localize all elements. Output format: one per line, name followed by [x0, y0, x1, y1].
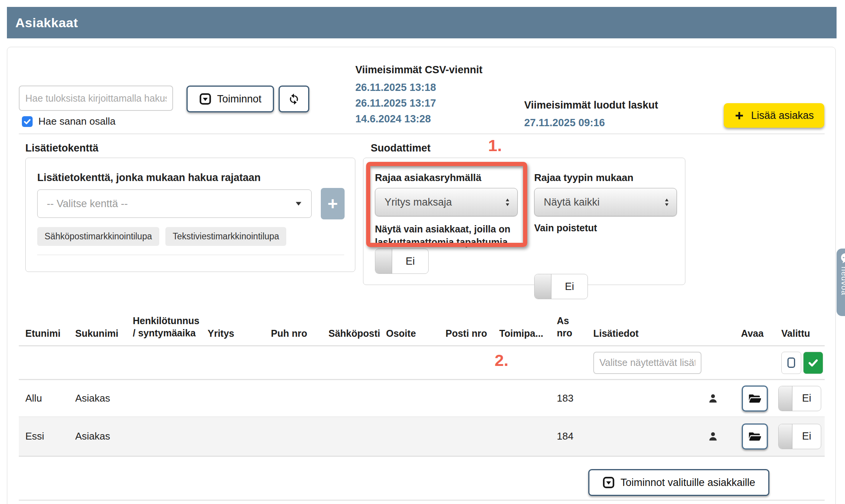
cell-open	[734, 385, 775, 412]
person-icon	[708, 431, 718, 442]
refresh-button[interactable]	[279, 86, 309, 112]
extra-field-section-title: Lisätietokenttä	[25, 142, 99, 154]
actions-button-label: Toiminnot	[217, 93, 262, 105]
customer-group-label: Rajaa asiakasryhmällä	[375, 172, 482, 184]
toggle-knob	[375, 249, 392, 273]
add-customer-label: Lisää asiakas	[751, 110, 814, 122]
help-tab-label: Kysy neuvoa	[840, 267, 845, 316]
select-all-button[interactable]	[803, 352, 823, 374]
column-header-sukunimi: Sukunimi	[69, 328, 126, 339]
created-invoice-link[interactable]: 27.11.2025 09:16	[524, 115, 658, 131]
csv-exports-title: Viimeisimmät CSV-viennit	[355, 64, 482, 76]
bulk-actions-label: Toiminnot valituille asiakkaille	[621, 477, 755, 489]
caret-square-down-icon	[602, 476, 615, 489]
column-header-valittu: Valittu	[775, 328, 825, 339]
unbilled-toggle-value: Ei	[392, 249, 428, 273]
help-tab[interactable]: Kysy neuvoa	[837, 249, 845, 316]
main-card: Hae sanan osalla Toiminnot Viimeisimmät …	[7, 47, 836, 504]
table-filter-row: 2.	[19, 346, 825, 380]
select-all-cell	[775, 352, 825, 374]
search-input[interactable]	[19, 86, 173, 111]
cell-customer-no: 184	[550, 430, 587, 442]
up-down-arrows-icon	[505, 198, 510, 207]
cell-selected: Ei	[775, 424, 825, 449]
check-icon	[23, 118, 31, 125]
person-icon	[708, 393, 718, 404]
word-part-checkbox[interactable]	[22, 116, 33, 127]
extra-field-divider	[37, 255, 344, 255]
column-header-puh-nro: Puh nro	[264, 328, 322, 339]
word-part-option: Hae sanan osalla	[22, 115, 116, 127]
column-header-avaa: Avaa	[734, 328, 775, 339]
toggle-knob	[779, 424, 792, 449]
type-filter-select[interactable]: Näytä kaikki	[534, 188, 677, 216]
cell-last-name: Asiakas	[69, 430, 126, 442]
row-selected-value: Ei	[792, 424, 821, 449]
word-part-label: Hae sanan osalla	[38, 115, 116, 127]
open-customer-button[interactable]	[742, 385, 768, 412]
type-filter-value: Näytä kaikki	[544, 196, 600, 208]
folder-open-icon	[748, 392, 761, 405]
unbilled-toggle[interactable]: Ei	[375, 249, 429, 274]
cell-first-name: Essi	[19, 430, 69, 442]
annotation-1: 1.	[488, 136, 502, 155]
extra-field-select[interactable]: -- Valitse kenttä --	[37, 189, 312, 218]
toolbar-divider	[19, 133, 825, 134]
add-extra-field-button[interactable]: +	[321, 188, 345, 219]
extra-field-label: Lisätietokenttä, jonka mukaan hakua raja…	[37, 172, 261, 184]
chat-bubble-icon	[840, 252, 845, 264]
column-header-etunimi: Etunimi	[19, 328, 69, 339]
customers-page: Asiakkaat Hae sanan osalla Toiminnot	[0, 0, 845, 504]
customer-group-select[interactable]: Yritys maksaja	[375, 188, 518, 216]
table-header-row: Etunimi Sukunimi Henkilötunnus/ syntymäa…	[19, 293, 825, 346]
csv-export-link[interactable]: 26.11.2025 13:18	[355, 80, 482, 96]
cell-first-name: Allu	[19, 392, 69, 404]
cell-open	[734, 423, 775, 450]
table-row: Allu Asiakas 183 Ei	[19, 380, 825, 417]
column-header-posti-nro: Posti nro	[439, 328, 493, 339]
toggle-knob	[779, 386, 792, 411]
open-customer-button[interactable]	[742, 423, 768, 450]
page-header: Asiakkaat	[7, 7, 837, 38]
cell-selected: Ei	[775, 386, 825, 411]
tag-sms-marketing[interactable]: Tekstiviestimarkkinointilupa	[165, 227, 286, 246]
row-selected-value: Ei	[792, 386, 821, 411]
extra-field-select-value: -- Valitse kenttä --	[47, 198, 128, 210]
extra-field-panel: Lisätietokenttä, jonka mukaan hakua raja…	[25, 158, 355, 272]
column-header-osoite: Osoite	[380, 328, 439, 339]
cell-extra-info	[587, 393, 734, 404]
column-header-as-nro: Asnro	[550, 315, 587, 339]
row-selected-toggle[interactable]: Ei	[778, 424, 821, 449]
extra-info-filter-input[interactable]	[593, 352, 701, 374]
refresh-icon	[287, 92, 300, 105]
annotation-2: 2.	[495, 351, 508, 370]
unbilled-filter-label: Näytä vain asiakkaat, joilla on laskutta…	[375, 222, 510, 249]
created-invoices-block: Viimeisimmät luodut laskut 27.11.2025 09…	[524, 99, 658, 131]
actions-button[interactable]: Toiminnot	[186, 86, 274, 112]
up-down-arrows-icon	[664, 198, 670, 207]
bulk-actions-button[interactable]: Toiminnot valituille asiakkaille	[588, 469, 769, 496]
column-header-toimipaikka: Toimipa...	[493, 328, 550, 339]
caret-square-down-icon	[199, 93, 211, 105]
deselect-all-button[interactable]	[781, 352, 801, 374]
folder-open-icon	[748, 430, 761, 443]
chevron-down-icon	[295, 201, 302, 206]
row-selected-toggle[interactable]: Ei	[778, 386, 821, 411]
empty-checkbox-icon	[787, 357, 795, 368]
filters-section-title: Suodattimet	[371, 142, 431, 154]
extra-info-filter-cell	[587, 352, 734, 374]
tag-email-marketing[interactable]: Sähköpostimarkkinointilupa	[37, 227, 159, 246]
column-header-sahkoposti: Sähköposti	[322, 328, 380, 339]
column-header-lisatiedot: Lisätiedot	[587, 328, 734, 339]
customer-group-value: Yritys maksaja	[385, 196, 452, 208]
type-filter-label: Rajaa tyypin mukaan	[534, 172, 634, 184]
cell-last-name: Asiakas	[69, 392, 126, 404]
plus-icon	[734, 110, 744, 121]
table-bottom-divider	[19, 500, 825, 501]
extra-field-tags: Sähköpostimarkkinointilupa Tekstiviestim…	[37, 227, 286, 246]
add-customer-button[interactable]: Lisää asiakas	[724, 103, 824, 128]
deleted-filter-label: Vain poistetut	[534, 222, 597, 234]
csv-export-link[interactable]: 14.6.2024 13:28	[355, 111, 482, 127]
created-invoices-title: Viimeisimmät luodut laskut	[524, 99, 658, 111]
csv-export-link[interactable]: 26.11.2025 13:17	[355, 96, 482, 111]
